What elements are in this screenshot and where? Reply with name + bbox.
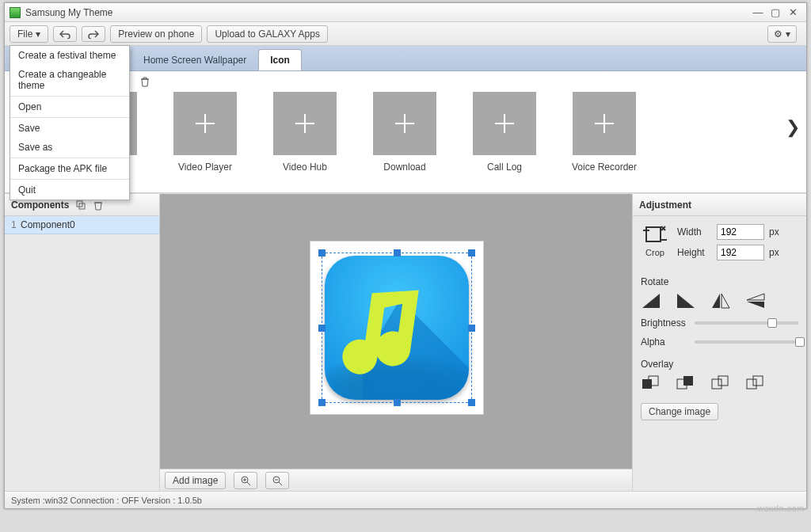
- px-unit: px: [769, 247, 779, 258]
- svg-marker-27: [677, 294, 695, 308]
- undo-button[interactable]: [53, 26, 77, 42]
- component-index: 1: [11, 219, 21, 230]
- svg-rect-34: [683, 376, 693, 386]
- px-unit: px: [769, 226, 779, 238]
- adjustment-panel: Adjustment Crop Width px: [632, 194, 806, 491]
- svg-rect-23: [646, 227, 661, 241]
- menu-create-changeable-theme[interactable]: Create a changeable theme: [10, 65, 129, 95]
- icon-tile[interactable]: Voice Recorder: [570, 92, 638, 173]
- svg-rect-39: [747, 379, 756, 389]
- overlay-section: Overlay: [641, 359, 798, 392]
- status-bar: System :win32 Connection : OFF Version :…: [5, 491, 806, 508]
- rotate-section: Rotate: [641, 276, 798, 310]
- brightness-row: Brightness: [641, 317, 798, 329]
- svg-line-17: [247, 482, 250, 485]
- resize-handle[interactable]: [394, 399, 401, 406]
- brightness-label: Brightness: [641, 317, 690, 329]
- overlay-label: Overlay: [641, 359, 798, 370]
- resize-handle[interactable]: [468, 325, 475, 332]
- height-input[interactable]: [717, 245, 764, 260]
- icon-tile-label: Download: [383, 162, 425, 173]
- alpha-label: Alpha: [641, 336, 690, 348]
- icon-strip: Music HubVideo PlayerVideo HubDownloadCa…: [71, 92, 638, 173]
- width-label: Width: [677, 226, 712, 238]
- svg-rect-36: [712, 379, 722, 389]
- settings-button[interactable]: ⚙ ▾: [767, 25, 797, 43]
- add-icon-placeholder[interactable]: [573, 92, 636, 155]
- file-menu-button[interactable]: File ▾: [10, 25, 48, 43]
- flip-vertical-icon[interactable]: [745, 292, 766, 310]
- upload-to-galaxy-apps-button[interactable]: Upload to GALAXY Apps: [207, 25, 328, 43]
- menu-create-festival-theme[interactable]: Create a festival theme: [10, 46, 129, 65]
- canvas-toolbar: Add image: [160, 469, 632, 491]
- rotate-left-icon[interactable]: [641, 292, 661, 310]
- resize-handle[interactable]: [318, 399, 326, 406]
- svg-rect-38: [753, 376, 763, 386]
- window-title: Samsung My Theme: [25, 7, 749, 18]
- resize-handle[interactable]: [468, 399, 475, 406]
- overlay-forward-icon[interactable]: [710, 374, 731, 392]
- svg-marker-26: [642, 294, 660, 308]
- icon-tile[interactable]: Video Player: [171, 92, 239, 173]
- svg-line-21: [279, 482, 282, 485]
- icon-tile-label: Voice Recorder: [572, 162, 637, 173]
- icon-tile[interactable]: Call Log: [470, 92, 539, 173]
- icon-tile-label: Video Hub: [283, 162, 327, 173]
- tab-icon[interactable]: Icon: [258, 49, 302, 70]
- height-label: Height: [677, 247, 712, 258]
- icon-tile[interactable]: Download: [371, 92, 439, 173]
- resize-handle[interactable]: [318, 325, 326, 332]
- redo-button[interactable]: [82, 26, 105, 42]
- zoom-out-button[interactable]: [265, 472, 289, 489]
- menu-package-apk[interactable]: Package the APK file: [10, 159, 129, 178]
- resize-handle[interactable]: [394, 249, 401, 256]
- components-panel: Components 1 Component0: [5, 194, 160, 491]
- work-area: Components 1 Component0: [5, 193, 806, 491]
- add-image-button[interactable]: Add image: [165, 472, 226, 489]
- change-image-button[interactable]: Change image: [641, 403, 718, 420]
- icon-tile[interactable]: Video Hub: [271, 92, 339, 173]
- tab-wallpaper[interactable]: Home Screen Wallpaper: [131, 49, 258, 70]
- zoom-in-button[interactable]: [234, 472, 257, 489]
- component-row[interactable]: 1 Component0: [5, 216, 159, 234]
- artboard: [310, 241, 483, 414]
- overlay-backward-icon[interactable]: [745, 374, 766, 392]
- menu-save[interactable]: Save: [10, 119, 129, 138]
- overlay-front-icon[interactable]: [641, 374, 661, 392]
- add-icon-placeholder[interactable]: [173, 92, 237, 155]
- component-name: Component0: [21, 219, 75, 230]
- resize-handle[interactable]: [468, 249, 475, 256]
- add-icon-placeholder[interactable]: [373, 92, 436, 155]
- add-icon-placeholder[interactable]: [273, 92, 337, 155]
- selection-box[interactable]: [322, 253, 472, 403]
- main-toolbar: File ▾ Preview on phone Upload to GALAXY…: [5, 22, 806, 46]
- scroll-right-button[interactable]: ❯: [786, 117, 800, 138]
- overlay-back-icon[interactable]: [676, 374, 696, 392]
- resize-handle[interactable]: [318, 249, 326, 256]
- maximize-button[interactable]: ▢: [767, 6, 784, 18]
- close-button[interactable]: ✕: [784, 6, 801, 18]
- menu-save-as[interactable]: Save as: [10, 138, 129, 157]
- delete-component-icon[interactable]: [93, 200, 104, 211]
- minimize-button[interactable]: —: [749, 6, 767, 18]
- add-icon-placeholder[interactable]: [473, 92, 536, 155]
- delete-icon-button[interactable]: [139, 76, 150, 87]
- svg-rect-32: [642, 379, 652, 389]
- status-text: System :win32 Connection : OFF Version :…: [11, 496, 202, 505]
- copy-component-icon[interactable]: [75, 200, 86, 211]
- menu-quit[interactable]: Quit: [10, 180, 129, 200]
- rotate-right-icon[interactable]: [676, 292, 696, 310]
- width-input[interactable]: [717, 224, 764, 240]
- canvas[interactable]: Add image: [160, 194, 632, 491]
- preview-on-phone-button[interactable]: Preview on phone: [110, 25, 202, 43]
- file-dropdown: Create a festival theme Create a changea…: [10, 45, 130, 200]
- flip-horizontal-icon[interactable]: [710, 292, 731, 310]
- chevron-down-icon: ▾: [36, 28, 40, 40]
- svg-marker-30: [747, 294, 764, 300]
- brightness-slider[interactable]: [695, 321, 798, 325]
- crop-icon[interactable]: [643, 224, 667, 246]
- alpha-slider[interactable]: [695, 340, 798, 344]
- file-menu-label: File: [17, 28, 32, 40]
- menu-open[interactable]: Open: [10, 97, 129, 116]
- rotate-label: Rotate: [641, 276, 798, 287]
